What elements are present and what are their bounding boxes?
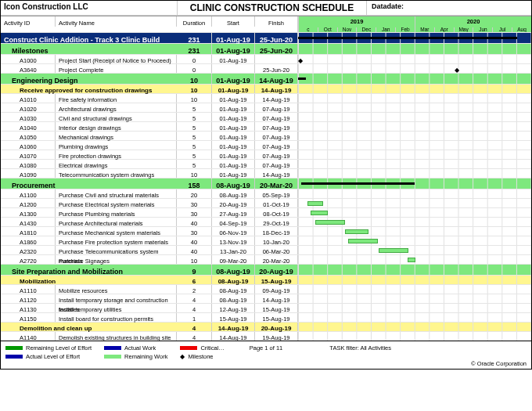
sub-row: Receive approved for construction drawin…: [1, 84, 531, 93]
activity-row: A1110Mobilize resources208-Aug-1909-Aug-…: [1, 284, 531, 294]
legend-remaining-loe: Remaining Level of Effort: [5, 344, 92, 352]
legend-remaining-work: Remaining Work: [104, 353, 167, 360]
page-footer: Remaining Level of Effort Actual Level o…: [1, 341, 531, 369]
schedule-page: Icon Construction LLC CLINIC CONSTRUCTIO…: [0, 0, 532, 370]
company-name: Icon Construction LLC: [1, 1, 177, 15]
group-row: Site Preparation and Mobilization908-Aug…: [1, 264, 531, 275]
activity-row: A1150Install board for construction perm…: [1, 312, 531, 322]
activity-row: A1120Install temporary storage and const…: [1, 294, 531, 303]
col-name-header: Activity Name: [56, 16, 177, 27]
activity-row: A1050Mechanical drawings501-Aug-1907-Aug…: [1, 131, 531, 140]
year-row: 20192020: [298, 16, 531, 27]
activity-row: A1010Fire safety information1001-Aug-191…: [1, 93, 531, 103]
group-row: Engineering Design1001-Aug-1914-Aug-19: [1, 73, 531, 84]
activity-row: A2320Purchase Telecommunications system …: [1, 245, 531, 254]
activity-row: A2720Purchase Signages1009-Mar-2020-Mar-…: [1, 254, 531, 264]
activity-row: A1430Purchase Architectural materials400…: [1, 217, 531, 226]
group-row: Milestones23101-Aug-1925-Jun-20: [1, 43, 531, 54]
sub-row: Mobilization608-Aug-1915-Aug-19: [1, 275, 531, 284]
legend-milestone: Milestone: [180, 353, 224, 360]
activity-table: Construct Clinic Addition - Track 3 Clin…: [1, 32, 531, 341]
sub-row: Demolition and clean up414-Aug-1920-Aug-…: [1, 322, 531, 331]
activity-row: A1000Project Start (Receipt of Notice to…: [1, 54, 531, 63]
activity-row: A3640Project Complete025-Jun-20◆: [1, 63, 531, 73]
activity-row: A1810Purchase Mechanical system material…: [1, 226, 531, 236]
col-dur-header: Duration: [177, 16, 212, 27]
activity-row: A1130Install temporary utilities412-Aug-…: [1, 303, 531, 312]
activity-row: A1860Purchase Fire protection system mat…: [1, 236, 531, 245]
col-finish-header: Finish: [255, 16, 298, 27]
page-title: CLINIC CONSTRUCTION SCHEDULE: [177, 1, 367, 15]
activity-row: A1060Plumbing drawings501-Aug-1907-Aug-1…: [1, 140, 531, 150]
activity-row: A1040Interior design drawings501-Aug-190…: [1, 121, 531, 131]
col-id-header: Activity ID: [1, 16, 56, 27]
activity-row: A1090Telecommunication system drawings10…: [1, 168, 531, 178]
datadate-label: Datadate:: [367, 1, 531, 15]
col-start-header: Start: [212, 16, 255, 27]
column-headers: Activity ID Activity Name Duration Start…: [1, 16, 531, 27]
activity-row: A1300Purchase Plumbing materials3027-Aug…: [1, 207, 531, 217]
group-row: Procurement15808-Aug-1920-Mar-20: [1, 178, 531, 189]
activity-row: A1020Architectural drawings501-Aug-1907-…: [1, 103, 531, 112]
activity-row: A1080Electrical drawings501-Aug-1907-Aug…: [1, 159, 531, 168]
month-row: cOctNovDecJanFebMarAprMayJunJulAug: [1, 27, 531, 32]
activity-row: A1140Demolish existing structures in bui…: [1, 331, 531, 341]
copyright: © Oracle Corporation: [471, 360, 527, 367]
page-header: Icon Construction LLC CLINIC CONSTRUCTIO…: [1, 1, 531, 16]
page-number: Page 1 of 11: [250, 344, 283, 352]
task-filter: TASK filter: All Activities: [329, 344, 391, 352]
legend-critical: Critical…: [180, 344, 224, 352]
activity-row: A1100Purchase Civil and structural mater…: [1, 189, 531, 198]
activity-row: A1070Fire protection drawings501-Aug-190…: [1, 150, 531, 159]
summary-top-row: Construct Clinic Addition - Track 3 Clin…: [1, 32, 531, 43]
activity-row: A1030Civil and structural drawings501-Au…: [1, 112, 531, 121]
legend-actual-loe: Actual Level of Effort: [5, 353, 92, 360]
activity-row: A1200Purchase Electrical system material…: [1, 198, 531, 207]
legend-actual-work: Actual Work: [104, 344, 167, 352]
timeline-header: 20192020: [298, 16, 531, 27]
